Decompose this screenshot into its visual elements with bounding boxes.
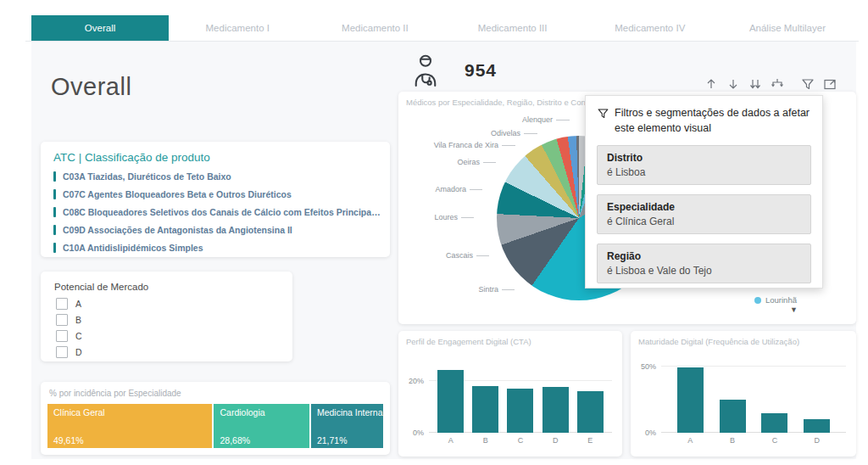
pie-callout-label: Amadora	[398, 185, 466, 193]
show-next-level-icon[interactable]	[744, 75, 766, 93]
tab-medicamento-iii[interactable]: Medicamento III	[444, 15, 581, 41]
checkbox-c[interactable]	[56, 330, 68, 342]
segment-label: Medicina Interna	[317, 407, 383, 417]
atc-title: ATC | Classificação de produto	[53, 151, 390, 164]
filter-field-name: Região	[607, 250, 801, 262]
bar-c[interactable]	[507, 389, 533, 433]
legend-color-dot	[754, 297, 761, 304]
atc-item[interactable]: C10A Antidislipidémicos Simples	[53, 240, 381, 255]
checkbox-d[interactable]	[56, 346, 68, 358]
pie-callout-label: Loures	[398, 213, 458, 221]
atc-slicer-card: ATC | Classificação de produto C03A Tiaz…	[41, 142, 390, 257]
bar-e[interactable]	[577, 391, 604, 433]
drill-down-icon[interactable]	[722, 75, 744, 93]
y-axis-tick-label: 0%	[645, 429, 656, 437]
atc-item[interactable]: C08C Bloqueadores Seletivos dos Canais d…	[53, 204, 381, 219]
pie-callout-line	[502, 289, 515, 290]
atc-item-bar	[53, 189, 56, 199]
tab-overall[interactable]: Overall	[31, 15, 169, 41]
pie-callout-line	[470, 189, 482, 190]
checkbox-row-a[interactable]: A	[56, 298, 292, 309]
bar-a[interactable]	[677, 367, 704, 433]
engagement-bar-chart-card: Perfil de Engagement Digital (CTA) 0%20%…	[398, 331, 622, 457]
checkbox-label: D	[75, 347, 82, 357]
bars-row	[661, 360, 846, 433]
pie-callout-label: Oeiras	[398, 158, 480, 166]
incidencia-segment-3[interactable]: Medicina Interna21,71%	[311, 404, 383, 448]
legend-item-lourinh-[interactable]: Lourinhã	[754, 295, 797, 305]
checkbox-label: B	[75, 315, 81, 325]
filter-icon[interactable]	[797, 75, 819, 93]
incidencia-segment-1[interactable]: Clínica Geral49,61%	[47, 404, 212, 448]
dashboard: OverallMedicamento IMedicamento IIMedica…	[0, 0, 868, 465]
filter-condition: é Lisboa e Vale do Tejo	[607, 265, 801, 277]
pie-callout-label: Sintra	[398, 285, 498, 294]
tab-medicamento-ii[interactable]: Medicamento II	[306, 15, 443, 41]
pie-callout-line	[502, 145, 515, 146]
x-axis-tick-label: D	[804, 436, 830, 445]
checkbox-b[interactable]	[56, 314, 68, 326]
page-title: Overall	[51, 73, 131, 101]
bar-b[interactable]	[720, 400, 746, 433]
drill-up-icon[interactable]	[700, 75, 722, 93]
maturidade-bar-chart-card: Maturidade Digital (Frequência de Utiliz…	[631, 331, 856, 457]
pie-callout-label: Vila Franca de Xira	[398, 141, 498, 149]
visual-header-toolbar	[700, 75, 841, 93]
incidencia-segment-2[interactable]: Cardiologia28,68%	[214, 404, 309, 448]
pie-callout-line	[461, 217, 474, 218]
x-axis-tick-label: C	[507, 436, 533, 445]
legend-more-arrow[interactable]: ▼	[790, 305, 798, 314]
filter-card-distrito: Distritoé Lisboa	[597, 145, 811, 185]
potencial-title: Potencial de Mercado	[54, 282, 292, 292]
y-axis-tick-label: 50%	[641, 362, 656, 371]
atc-item[interactable]: C09D Associações de Antagonistas da Angi…	[53, 222, 381, 237]
bar-a[interactable]	[437, 370, 464, 433]
checkbox-label: C	[75, 331, 82, 341]
maturidade-chart-title: Maturidade Digital (Frequência de Utiliz…	[638, 337, 856, 346]
report-tabbar: OverallMedicamento IMedicamento IIMedica…	[31, 15, 856, 41]
segment-label: Cardiologia	[220, 407, 264, 417]
x-axis-tick-label: B	[720, 436, 746, 445]
filter-card-especialidade: Especialidadeé Clínica Geral	[597, 194, 811, 234]
pie-callout-label: Cascais	[398, 251, 473, 260]
checkbox-label: A	[75, 299, 81, 309]
atc-item-label: C09D Associações de Antagonistas da Angi…	[63, 225, 292, 235]
filter-field-name: Distrito	[607, 152, 801, 164]
filter-condition: é Lisboa	[607, 166, 801, 178]
bar-d[interactable]	[804, 419, 830, 433]
maturidade-bar-plot: 0%50%	[661, 360, 846, 433]
bar-d[interactable]	[542, 387, 569, 433]
bar-b[interactable]	[472, 386, 498, 433]
bar-c[interactable]	[761, 413, 787, 433]
filter-condition: é Clínica Geral	[607, 216, 801, 227]
checkbox-row-b[interactable]: B	[56, 314, 292, 325]
engagement-bar-plot: 0%20%	[429, 360, 612, 433]
atc-item-list: C03A Tiazidas, Diuréticos de Teto BaixoC…	[41, 169, 390, 255]
x-axis-tick-label: D	[542, 436, 569, 445]
pie-callout-label: Odivelas	[398, 129, 520, 137]
atc-item-label: C03A Tiazidas, Diuréticos de Teto Baixo	[63, 171, 231, 182]
pie-callout-label: Alenquer	[398, 115, 553, 124]
focus-mode-icon[interactable]	[819, 75, 841, 93]
atc-item-label: C07C Agentes Bloqueadores Beta e Outros …	[63, 189, 292, 199]
filters-tooltip-panel: Filtros e segmentações de dados a afetar…	[585, 95, 823, 289]
atc-item[interactable]: C03A Tiazidas, Diuréticos de Teto Baixo	[53, 169, 381, 183]
pie-callout-line	[556, 120, 570, 120]
filters-tooltip-header: Filtros e segmentações de dados a afetar…	[597, 105, 811, 136]
segment-label: Clínica Geral	[53, 407, 105, 417]
expand-all-down-icon[interactable]	[766, 75, 788, 93]
tab-medicamento-i[interactable]: Medicamento I	[169, 15, 306, 41]
engagement-chart-title: Perfil de Engagement Digital (CTA)	[406, 337, 622, 346]
x-axis-tick-label: B	[472, 436, 498, 445]
tab-medicamento-iv[interactable]: Medicamento IV	[581, 15, 719, 41]
segment-value: 21,71%	[317, 435, 348, 445]
legend-label: Lourinhã	[765, 295, 797, 305]
checkbox-row-c[interactable]: C	[56, 330, 292, 341]
atc-item[interactable]: C07C Agentes Bloqueadores Beta e Outros …	[53, 187, 381, 201]
tab-an-lise-multilayer[interactable]: Análise Multilayer	[719, 15, 856, 41]
kpi-value: 954	[465, 60, 497, 81]
checkbox-row-d[interactable]: D	[56, 346, 292, 357]
atc-item-label: C08C Bloqueadores Seletivos dos Canais d…	[63, 207, 381, 217]
x-axis-tick-label: A	[437, 436, 464, 445]
checkbox-a[interactable]	[56, 298, 68, 310]
